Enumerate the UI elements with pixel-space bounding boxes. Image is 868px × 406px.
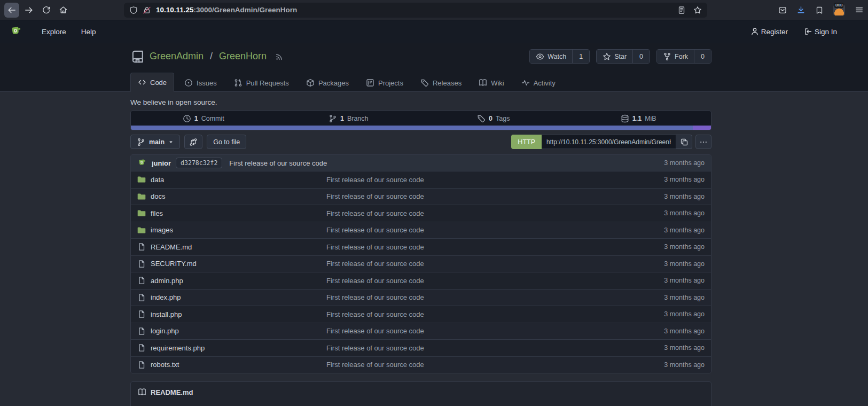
shield-icon[interactable] xyxy=(129,6,138,14)
file-name-link[interactable]: index.php xyxy=(151,293,181,301)
tab-wiki[interactable]: Wiki xyxy=(472,74,511,92)
file-name-link[interactable]: data xyxy=(151,176,164,184)
tab-code[interactable]: Code xyxy=(130,73,174,92)
register-link[interactable]: Register xyxy=(750,27,788,36)
url-text[interactable]: 10.10.11.25:3000/GreenAdmin/GreenHorn xyxy=(156,6,670,14)
stat-branch[interactable]: 1Branch xyxy=(276,111,421,126)
stat-commit[interactable]: 1Commit xyxy=(131,111,276,126)
copy-url-button[interactable] xyxy=(676,135,692,149)
file-name-link[interactable]: requirements.php xyxy=(151,344,205,352)
readme-header[interactable]: README.md xyxy=(131,382,711,402)
latest-commit-row: junior d3278c32f2 First release of our s… xyxy=(131,155,711,171)
file-icon xyxy=(137,327,146,335)
commit-message-link[interactable]: First release of our source code xyxy=(229,159,659,167)
extension-avatar[interactable]: 808 xyxy=(833,5,845,15)
watch-count[interactable]: 1 xyxy=(572,50,589,63)
file-name-link[interactable]: SECURITY.md xyxy=(151,260,197,268)
downloads-icon[interactable] xyxy=(796,5,806,14)
repo-owner-link[interactable]: GreenAdmin xyxy=(150,51,204,62)
reload-button[interactable] xyxy=(38,3,53,18)
stat-mib[interactable]: 1.1MiB xyxy=(566,111,711,126)
more-options-button[interactable] xyxy=(695,135,711,149)
file-row: install.phpFirst release of our source c… xyxy=(131,306,711,323)
tag-icon xyxy=(420,79,429,87)
repo-stats-bar: 1Commit1Branch0Tags1.1MiB xyxy=(130,111,711,130)
nav-explore-link[interactable]: Explore xyxy=(42,28,66,36)
file-icon xyxy=(137,293,146,302)
stat-label: Tags xyxy=(496,115,510,122)
star-count[interactable]: 0 xyxy=(632,50,650,63)
file-commit-message-link[interactable]: First release of our source code xyxy=(326,226,664,234)
star-button[interactable]: Star xyxy=(597,50,632,63)
gitea-navbar: Explore Help Register Sign In xyxy=(0,20,868,43)
tag-icon xyxy=(477,114,486,123)
nav-help-link[interactable]: Help xyxy=(81,28,96,36)
insecure-lock-icon[interactable] xyxy=(143,6,151,14)
gitea-logo-icon[interactable] xyxy=(10,25,22,38)
file-commit-message-link[interactable]: First release of our source code xyxy=(326,260,664,268)
file-commit-message-link[interactable]: First release of our source code xyxy=(326,327,664,335)
commit-hash-link[interactable]: d3278c32f2 xyxy=(176,158,222,168)
file-commit-message-link[interactable]: First release of our source code xyxy=(326,243,664,251)
repo-name-link[interactable]: GreenHorn xyxy=(219,51,267,62)
file-commit-message-link[interactable]: First release of our source code xyxy=(326,293,664,301)
watch-button[interactable]: Watch xyxy=(530,50,572,63)
file-icon xyxy=(137,310,146,318)
file-name-link[interactable]: login.php xyxy=(151,327,179,335)
file-name-link[interactable]: robots.txt xyxy=(151,361,179,369)
file-name-link[interactable]: images xyxy=(151,226,173,234)
watch-button-group: Watch1 xyxy=(529,49,590,64)
tab-projects[interactable]: Projects xyxy=(359,74,410,92)
file-commit-message-link[interactable]: First release of our source code xyxy=(326,176,664,184)
rss-icon[interactable] xyxy=(275,52,284,61)
tab-activity[interactable]: Activity xyxy=(514,74,562,92)
stat-tags[interactable]: 0Tags xyxy=(421,111,566,126)
bookmark-star-icon[interactable] xyxy=(693,6,702,14)
file-row: login.phpFirst release of our source cod… xyxy=(131,323,711,340)
file-name-link[interactable]: docs xyxy=(151,192,165,200)
branch-selector[interactable]: main xyxy=(130,135,180,149)
tab-releases[interactable]: Releases xyxy=(413,74,468,92)
file-name-link[interactable]: install.php xyxy=(151,310,182,318)
tab-pull-requests[interactable]: Pull Requests xyxy=(227,74,296,92)
language-segment-2 xyxy=(693,126,711,130)
back-button[interactable] xyxy=(4,3,19,18)
file-commit-time: 3 months ago xyxy=(664,344,705,352)
url-bar[interactable]: 10.10.11.25:3000/GreenAdmin/GreenHorn xyxy=(124,3,707,18)
http-clone-button[interactable]: HTTP xyxy=(511,135,542,149)
star-icon xyxy=(603,52,611,61)
tab-label: Issues xyxy=(197,79,217,87)
language-bar[interactable] xyxy=(131,126,711,130)
tab-packages[interactable]: Packages xyxy=(299,74,356,92)
file-name-link[interactable]: files xyxy=(151,209,163,217)
menu-hamburger-icon[interactable] xyxy=(855,5,864,14)
library-icon[interactable] xyxy=(815,6,824,14)
go-to-file-button[interactable]: Go to file xyxy=(207,135,246,149)
file-row: requirements.phpFirst release of our sou… xyxy=(131,339,711,356)
tab-issues[interactable]: Issues xyxy=(177,74,224,92)
commit-author-avatar[interactable] xyxy=(137,158,147,168)
clone-url-input[interactable] xyxy=(542,135,676,149)
fork-count[interactable]: 0 xyxy=(694,50,711,63)
repo-header: GreenAdmin / GreenHorn Watch1Star0Fork0 … xyxy=(0,43,868,92)
forward-button[interactable] xyxy=(21,3,36,18)
file-commit-message-link[interactable]: First release of our source code xyxy=(326,277,664,285)
pocket-icon[interactable] xyxy=(778,6,787,14)
file-row: README.mdFirst release of our source cod… xyxy=(131,238,711,255)
compare-button[interactable] xyxy=(184,135,202,149)
tab-label: Pull Requests xyxy=(246,79,289,87)
file-commit-message-link[interactable]: First release of our source code xyxy=(326,310,664,318)
folder-icon xyxy=(137,209,146,217)
file-name-link[interactable]: README.md xyxy=(151,243,192,251)
reader-mode-icon[interactable] xyxy=(677,6,686,14)
file-commit-message-link[interactable]: First release of our source code xyxy=(326,361,664,369)
sign-in-link[interactable]: Sign In xyxy=(804,27,837,36)
file-commit-message-link[interactable]: First release of our source code xyxy=(326,344,664,352)
file-commit-message-link[interactable]: First release of our source code xyxy=(326,209,664,217)
home-button[interactable] xyxy=(56,3,71,18)
commit-author-link[interactable]: junior xyxy=(152,159,171,167)
file-commit-message-link[interactable]: First release of our source code xyxy=(326,192,664,200)
fork-button[interactable]: Fork xyxy=(657,50,694,63)
file-name-link[interactable]: admin.php xyxy=(151,277,183,285)
fork-button-group: Fork0 xyxy=(656,49,711,64)
